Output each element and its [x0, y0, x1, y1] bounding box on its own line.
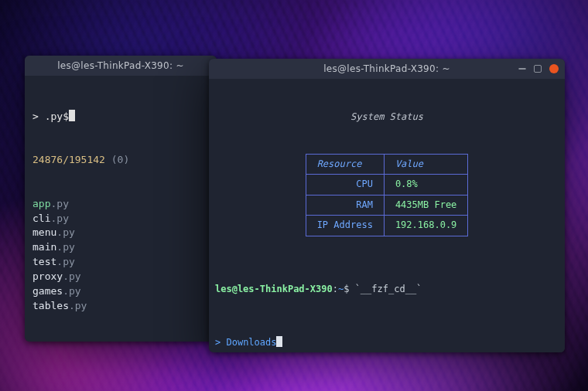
- file-basename: proxy: [32, 270, 63, 282]
- system-status-table: Resource Value CPU0.8%RAM4435MB FreeIP A…: [306, 154, 469, 236]
- shell-command: `__fzf_cd__`: [355, 284, 422, 294]
- window-controls: [518, 64, 559, 73]
- status-value: 192.168.0.9: [384, 216, 467, 236]
- file-result-item[interactable]: app.py: [32, 197, 209, 212]
- fzf-cd-query-line[interactable]: > Downloads: [215, 336, 559, 349]
- file-basename: games: [32, 285, 63, 297]
- terminal-window-fzf-files[interactable]: les@les-ThinkPad-X390: ~ > .py$ 24876/19…: [25, 56, 217, 342]
- system-status-title: System Status: [215, 110, 559, 124]
- file-result-item[interactable]: tables.py: [32, 299, 209, 314]
- file-result-item[interactable]: main.py: [32, 240, 209, 255]
- status-key: CPU: [306, 175, 384, 195]
- file-extension: .py: [56, 241, 74, 253]
- maximize-icon[interactable]: [534, 65, 542, 73]
- status-key: IP Address: [306, 216, 384, 236]
- fzf-query-line[interactable]: > .py$: [32, 110, 209, 124]
- terminal-body[interactable]: System Status Resource Value CPU0.8%RAM4…: [209, 79, 565, 352]
- file-result-item[interactable]: menu.py: [32, 226, 209, 240]
- cursor-icon: [69, 110, 75, 121]
- paren-close: ): [123, 154, 129, 165]
- ps1-sep: :: [333, 284, 338, 294]
- prompt-prefix: >: [215, 337, 226, 348]
- match-count: 24876: [32, 154, 63, 165]
- terminal-window-main[interactable]: les@les-ThinkPad-X390: ~ System Status R…: [209, 59, 565, 352]
- paren-open: (: [105, 154, 118, 165]
- cursor-icon: [276, 336, 282, 347]
- file-extension: .py: [63, 285, 80, 297]
- shell-prompt-line[interactable]: les@les-ThinkPad-X390:~$ `__fzf_cd__`: [215, 283, 559, 296]
- file-result-list[interactable]: app.pycli.pymenu.pymain.pytest.pyproxy.p…: [32, 197, 209, 314]
- fzf-query[interactable]: .py$: [45, 110, 69, 122]
- minimize-icon[interactable]: [518, 68, 526, 70]
- file-extension: .py: [56, 256, 74, 267]
- file-extension: .py: [69, 300, 87, 311]
- file-basename: tables: [32, 300, 69, 311]
- file-extension: .py: [63, 270, 80, 282]
- close-icon[interactable]: [549, 64, 559, 73]
- file-extension: .py: [50, 212, 68, 224]
- status-row: RAM4435MB Free: [306, 195, 468, 215]
- prompt-prefix: >: [32, 110, 45, 122]
- file-basename: cli: [32, 212, 50, 224]
- file-basename: test: [32, 256, 56, 267]
- total-count: 195142: [69, 154, 105, 165]
- ps1-user-host: les@les-ThinkPad-X390: [215, 284, 333, 294]
- titlebar[interactable]: les@les-ThinkPad-X390: ~: [25, 56, 217, 76]
- status-col-value: Value: [384, 154, 467, 174]
- file-basename: app: [32, 198, 50, 209]
- status-value: 0.8%: [384, 175, 467, 195]
- ps1-dollar: $: [344, 284, 354, 294]
- file-result-item[interactable]: proxy.py: [32, 270, 209, 284]
- file-extension: .py: [50, 198, 68, 209]
- fzf-counter: 24876/195142 (0): [32, 153, 209, 168]
- file-result-item[interactable]: test.py: [32, 255, 209, 270]
- status-row: CPU0.8%: [306, 175, 468, 195]
- status-value: 4435MB Free: [384, 195, 467, 215]
- titlebar[interactable]: les@les-ThinkPad-X390: ~: [209, 59, 565, 79]
- status-row: IP Address192.168.0.9: [306, 216, 468, 236]
- status-col-resource: Resource: [306, 154, 384, 174]
- file-basename: main: [32, 241, 56, 253]
- window-title: les@les-ThinkPad-X390: ~: [323, 63, 450, 74]
- window-title: les@les-ThinkPad-X390: ~: [57, 60, 184, 71]
- fzf-cd-query[interactable]: Downloads: [226, 337, 276, 348]
- file-basename: menu: [32, 226, 56, 238]
- terminal-body[interactable]: > .py$ 24876/195142 (0) app.pycli.pymenu…: [25, 76, 217, 342]
- file-result-item[interactable]: cli.py: [32, 212, 209, 226]
- file-extension: .py: [56, 226, 74, 238]
- file-result-item[interactable]: games.py: [32, 284, 209, 299]
- status-key: RAM: [306, 195, 384, 215]
